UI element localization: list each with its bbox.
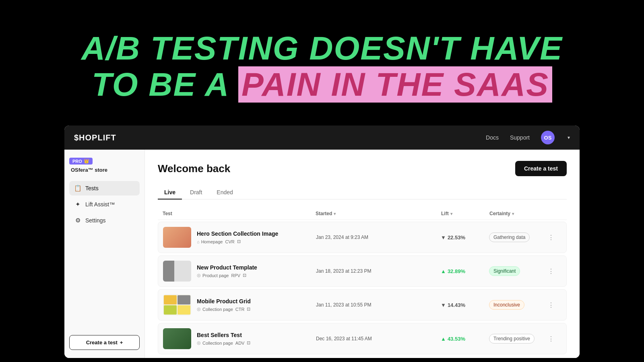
topbar: $HOPLIFT Docs Support OS ▾ <box>64 125 580 150</box>
test-info: Hero Section Collection Image ⌂ Homepage… <box>197 230 316 244</box>
test-tag: CVR <box>225 239 234 244</box>
test-thumbnail <box>163 261 191 282</box>
eye-icon: ◎ <box>197 340 201 346</box>
row-menu-button[interactable]: ⋮ <box>545 299 557 311</box>
test-cell-name: Best Sellers Test ◎ Collection page ADV … <box>163 328 316 349</box>
test-tag: ⊡ <box>247 340 250 346</box>
col-lift[interactable]: Lift ▾ <box>441 211 489 216</box>
row-menu-button[interactable]: ⋮ <box>545 265 557 277</box>
tab-live[interactable]: Live <box>158 186 182 200</box>
certainty-badge: Gathering data <box>489 232 545 242</box>
table-row[interactable]: Hero Section Collection Image ⌂ Homepage… <box>158 222 567 253</box>
col-started[interactable]: Started ▾ <box>316 211 441 216</box>
table-row[interactable]: New Product Template ◎ Product page RPV … <box>158 255 567 287</box>
device-icon: ⊡ <box>243 273 246 278</box>
topbar-nav: Docs Support OS ▾ <box>486 131 570 144</box>
page-header: Welcome back Create a test <box>158 161 567 176</box>
sidebar-nav: 📋 Tests ✦ Lift Assist™ ⚙ Settings <box>69 181 140 335</box>
test-tags: ◎ Product page RPV ⊡ <box>197 273 316 278</box>
sidebar-item-settings[interactable]: ⚙ Settings <box>69 213 140 228</box>
chevron-down-icon[interactable]: ▾ <box>568 135 570 140</box>
col-certainty[interactable]: Certainty ▾ <box>489 211 546 216</box>
sidebar: PRO 👑 OSfera™ store 📋 Tests ✦ Lift Assis… <box>64 150 145 358</box>
gear-icon: ⚙ <box>74 217 81 224</box>
plus-icon: + <box>120 339 123 346</box>
hero-line2-prefix: TO BE A <box>92 66 238 103</box>
sort-icon: ▾ <box>512 212 514 216</box>
certainty-badge: Trending positive <box>489 334 545 343</box>
sidebar-item-lift-assist[interactable]: ✦ Lift Assist™ <box>69 197 140 212</box>
create-test-header-button[interactable]: Create a test <box>515 161 567 176</box>
table-row[interactable]: Best Sellers Test ◎ Collection page ADV … <box>158 323 567 354</box>
sidebar-item-label: Tests <box>85 185 99 191</box>
sidebar-item-tests[interactable]: 📋 Tests <box>69 181 140 195</box>
sidebar-item-label: Settings <box>85 217 106 224</box>
hero-section: A/B TESTING DOESN'T HAVE TO BE A PAIN IN… <box>0 0 644 125</box>
tab-ended[interactable]: Ended <box>210 186 239 200</box>
test-thumbnail <box>163 294 191 315</box>
docs-link[interactable]: Docs <box>486 134 499 141</box>
app-window: $HOPLIFT Docs Support OS ▾ PRO 👑 OSfera™… <box>64 125 580 358</box>
test-tag: RPV <box>231 273 240 278</box>
lift-value: ▲ 32.89% <box>441 268 489 274</box>
lift-value: ▼ 22.53% <box>441 234 489 241</box>
hero-line2-highlight: PAIN IN THE SAAS <box>238 66 552 103</box>
test-thumbnail <box>163 227 191 248</box>
lift-icon: ▲ <box>441 336 446 342</box>
create-test-sidebar-button[interactable]: Create a test + <box>69 335 140 350</box>
tabs: Live Draft Ended <box>158 186 567 200</box>
tab-draft[interactable]: Draft <box>184 186 208 200</box>
test-info: Best Sellers Test ◎ Collection page ADV … <box>197 332 316 346</box>
test-name: New Product Template <box>197 264 316 271</box>
test-cell-name: Mobile Product Grid ◎ Collection page CT… <box>163 294 316 315</box>
test-info: New Product Template ◎ Product page RPV … <box>197 264 316 278</box>
table-row[interactable]: Mobile Product Grid ◎ Collection page CT… <box>158 289 567 321</box>
test-tags: ◎ Collection page CTR ⊡ <box>197 306 316 312</box>
lift-assist-icon: ✦ <box>74 201 81 208</box>
sidebar-badge-row: PRO 👑 <box>69 158 140 165</box>
sidebar-item-label: Lift Assist™ <box>85 201 115 208</box>
test-tag: ⊡ <box>247 306 250 312</box>
test-name: Mobile Product Grid <box>197 298 316 304</box>
hero-line1: A/B TESTING DOESN'T HAVE <box>81 30 563 66</box>
page-content: Welcome back Create a test Live Draft En… <box>145 150 580 358</box>
test-tag: ⊡ <box>243 273 246 278</box>
test-info: Mobile Product Grid ◎ Collection page CT… <box>197 298 316 312</box>
col-test: Test <box>163 211 316 216</box>
lift-icon: ▼ <box>441 302 446 308</box>
eye-icon: ◎ <box>197 273 201 278</box>
test-date: Dec 16, 2023 at 11:45 AM <box>316 336 441 341</box>
test-tag: ⌂ Homepage <box>197 239 223 244</box>
test-tag: ◎ Collection page <box>197 306 233 312</box>
avatar[interactable]: OS <box>541 131 555 144</box>
store-name: OSfera™ store <box>69 167 140 173</box>
row-menu-button[interactable]: ⋮ <box>545 333 557 344</box>
test-cell-name: Hero Section Collection Image ⌂ Homepage… <box>163 227 316 248</box>
eye-icon: ◎ <box>197 306 201 312</box>
test-tag: ◎ Collection page <box>197 340 233 346</box>
device-icon: ⊡ <box>237 239 241 244</box>
test-name: Best Sellers Test <box>197 332 316 338</box>
sort-icon: ▾ <box>334 212 336 216</box>
test-tag: ⊡ <box>237 239 241 244</box>
test-date: Jan 18, 2023 at 12:23 PM <box>316 268 441 274</box>
crown-icon: 👑 <box>84 158 89 164</box>
test-tags: ◎ Collection page ADV ⊡ <box>197 340 316 346</box>
hero-line2: TO BE A PAIN IN THE SAAS <box>92 66 552 103</box>
tests-icon: 📋 <box>74 185 81 192</box>
pro-badge: PRO 👑 <box>69 158 93 165</box>
main-content: PRO 👑 OSfera™ store 📋 Tests ✦ Lift Assis… <box>64 150 580 358</box>
page-title: Welcome back <box>158 162 230 175</box>
test-tag: CTR <box>235 307 245 312</box>
test-cell-name: New Product Template ◎ Product page RPV … <box>163 261 316 282</box>
test-thumbnail <box>163 328 191 349</box>
lift-value: ▲ 43.53% <box>441 336 489 342</box>
support-link[interactable]: Support <box>510 134 530 141</box>
test-name: Hero Section Collection Image <box>197 230 316 237</box>
sort-icon: ▾ <box>450 212 452 216</box>
test-tags: ⌂ Homepage CVR ⊡ <box>197 239 316 244</box>
device-icon: ⊡ <box>247 340 250 346</box>
row-menu-button[interactable]: ⋮ <box>545 232 557 243</box>
test-date: Jan 11, 2023 at 10:55 PM <box>316 302 441 308</box>
sidebar-footer: Create a test + <box>69 335 140 350</box>
